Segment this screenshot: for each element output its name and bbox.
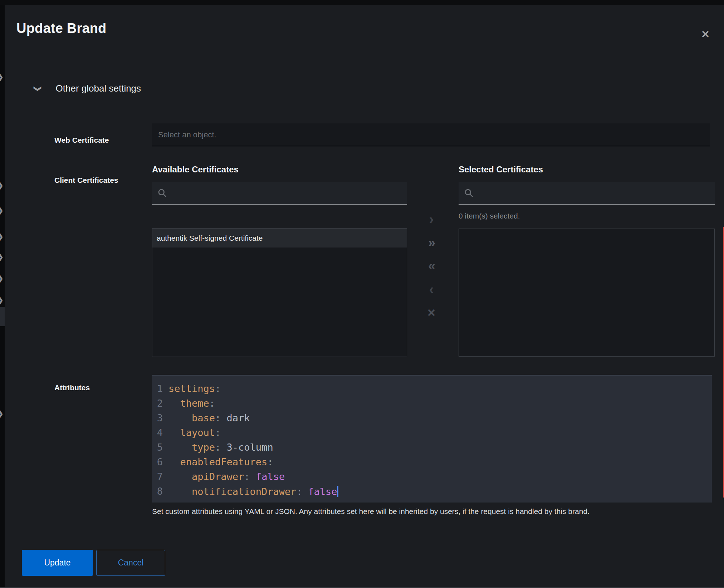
code-line: 7 apiDrawer: false	[152, 469, 712, 484]
update-button[interactable]: Update	[22, 550, 93, 576]
chevron-fragment-icon: ❯	[0, 181, 4, 190]
selected-certificates-search-input[interactable]	[478, 189, 709, 197]
section-toggle-label: Other global settings	[56, 83, 141, 94]
attributes-label: Attributes	[54, 383, 90, 392]
update-brand-modal: Update Brand ✕ ❯ Other global settings W…	[5, 5, 724, 588]
modal-title: Update Brand	[16, 21, 107, 36]
chevron-fragment-icon: ❯	[0, 409, 4, 418]
chevron-fragment-icon: ❯	[0, 206, 4, 215]
sidebar-active-item-fragment	[0, 307, 5, 326]
move-all-left-button[interactable]: «	[428, 254, 435, 278]
chevron-fragment-icon: ❯	[0, 232, 4, 241]
search-icon	[157, 188, 167, 198]
code-line: 8 notificationDrawer: false	[152, 484, 712, 499]
code-line: 3 base: dark	[152, 411, 712, 425]
text-cursor	[337, 486, 338, 497]
move-selected-left-button[interactable]: ‹	[429, 278, 434, 301]
chevron-fragment-icon: ❯	[0, 73, 4, 81]
close-icon[interactable]: ✕	[701, 29, 710, 40]
selected-count-status: 0 item(s) selected.	[459, 212, 520, 220]
client-certificates-label: Client Certificates	[54, 176, 118, 185]
list-item[interactable]: authentik Self-signed Certificate	[152, 229, 407, 248]
move-selected-right-button[interactable]: ›	[429, 207, 434, 231]
web-certificate-placeholder: Select an object.	[158, 130, 216, 139]
dual-list-controls: ›»«‹✕	[416, 207, 447, 325]
other-global-settings-toggle[interactable]: ❯ Other global settings	[35, 83, 141, 94]
web-certificate-label: Web Certificate	[54, 136, 109, 144]
available-certificates-searchbox[interactable]	[152, 182, 407, 205]
selected-certificates-searchbox[interactable]	[459, 182, 715, 205]
chevron-fragment-icon: ❯	[0, 296, 4, 304]
selected-certificates-header: Selected Certificates	[459, 165, 543, 175]
attributes-code-editor[interactable]: 1settings:2 theme:3 base: dark4 layout:5…	[152, 375, 712, 503]
selected-certificates-list[interactable]	[459, 229, 715, 357]
update-brand-screen: ❯ ❯ ❯ ❯ ❯ ❯ ❯ ❯ Update Brand ✕ ❯ Other g…	[0, 0, 724, 588]
web-certificate-select[interactable]: Select an object.	[152, 123, 710, 146]
chevron-fragment-icon: ❯	[0, 274, 4, 283]
cancel-button[interactable]: Cancel	[96, 550, 165, 576]
page-top-edge	[0, 0, 724, 5]
code-line: 5 type: 3-column	[152, 440, 712, 455]
code-line: 6 enabledFeatures:	[152, 455, 712, 469]
available-certificates-header: Available Certificates	[152, 165, 239, 175]
search-icon	[464, 188, 474, 198]
code-line: 4 layout:	[152, 425, 712, 440]
move-all-right-button[interactable]: »	[428, 231, 435, 254]
code-line: 2 theme:	[152, 396, 712, 411]
available-certificates-search-input[interactable]	[171, 189, 402, 197]
clipped-sidebar: ❯ ❯ ❯ ❯ ❯ ❯ ❯ ❯	[0, 0, 5, 588]
chevron-down-icon: ❯	[34, 85, 42, 92]
available-certificates-list[interactable]: authentik Self-signed Certificate	[152, 228, 407, 357]
attributes-help-text: Set custom attributes using YAML or JSON…	[152, 507, 696, 516]
code-line: 1settings:	[152, 381, 712, 396]
chevron-fragment-icon: ❯	[0, 253, 4, 261]
clear-selection-button[interactable]: ✕	[427, 301, 436, 325]
